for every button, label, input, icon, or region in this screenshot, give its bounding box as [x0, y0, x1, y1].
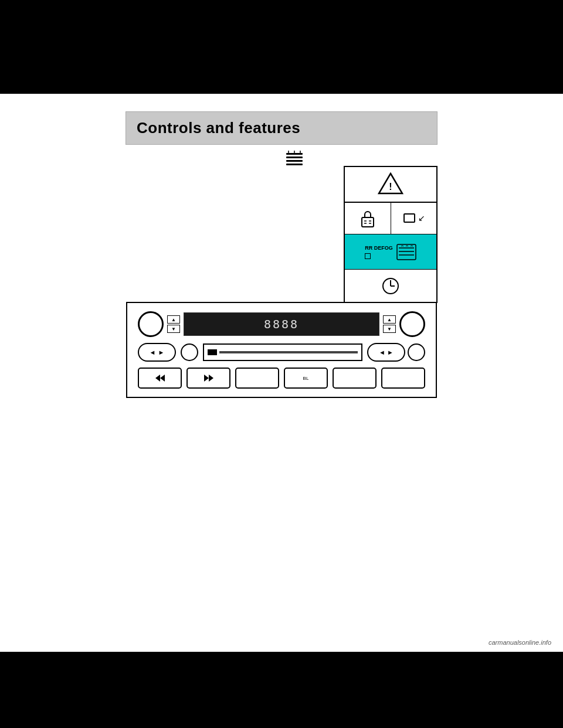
- svg-text:↙: ↙: [418, 213, 424, 223]
- svg-rect-9: [362, 217, 374, 227]
- watermark: carmanualsonline.info: [489, 639, 551, 646]
- cassette-head: [208, 349, 217, 355]
- rr-defog-indicator: [365, 253, 371, 259]
- preset-btn-5[interactable]: [333, 368, 377, 389]
- mirror-switch[interactable]: ↙: [391, 202, 437, 234]
- svg-marker-26: [209, 375, 213, 382]
- next-arrow2: ►: [387, 349, 394, 356]
- svg-rect-0: [286, 153, 303, 155]
- switch-panel: !: [344, 166, 437, 303]
- svg-marker-24: [160, 375, 165, 382]
- preset-btn-3[interactable]: [235, 368, 279, 389]
- right-arrow-down[interactable]: ▼: [383, 325, 396, 333]
- page-title: Controls and features: [137, 119, 426, 137]
- next-icon: [203, 373, 215, 383]
- preset-btn-6[interactable]: [381, 368, 425, 389]
- rr-defog-label: RR DEFOG: [365, 245, 393, 251]
- svg-rect-14: [404, 214, 415, 222]
- warning-triangle-icon: !: [378, 172, 403, 195]
- balance-knob[interactable]: [408, 343, 425, 361]
- cassette-bar: [219, 351, 358, 353]
- lock-mirror-row: ↙: [345, 202, 436, 234]
- rr-defog-switch[interactable]: RR DEFOG: [345, 234, 436, 270]
- prev-icon: [154, 373, 166, 383]
- left-arrow-down[interactable]: ▼: [167, 325, 180, 333]
- next-arrow: ◄: [379, 349, 385, 356]
- prev-track-btn[interactable]: ◄ ►: [138, 343, 176, 362]
- prev-arrow2: ►: [158, 349, 165, 356]
- hazard-switch-row[interactable]: !: [345, 167, 436, 202]
- svg-rect-3: [286, 164, 303, 165]
- svg-rect-2: [286, 160, 303, 162]
- black-bar-top: [0, 0, 563, 94]
- rear-defog-icon: [396, 244, 416, 260]
- defog-top-icon: [284, 151, 305, 169]
- svg-marker-23: [155, 375, 160, 382]
- svg-rect-1: [286, 157, 303, 158]
- clock-icon: [381, 277, 400, 295]
- clock-switch[interactable]: [345, 270, 436, 302]
- preset-label: BL: [303, 376, 309, 381]
- power-button[interactable]: [181, 343, 198, 361]
- cassette-slot[interactable]: [203, 343, 362, 361]
- prev-arrow: ◄: [150, 349, 156, 356]
- audio-row3: BL: [138, 368, 425, 389]
- preset-btn-1[interactable]: [138, 368, 182, 389]
- audio-row2: ◄ ► ◄ ►: [138, 343, 425, 362]
- lock-icon: [359, 209, 376, 228]
- lock-switch[interactable]: [345, 202, 391, 234]
- header-banner: Controls and features: [126, 111, 437, 145]
- next-track-btn[interactable]: ◄ ►: [367, 343, 405, 362]
- preset-btn-2[interactable]: [186, 368, 230, 389]
- svg-rect-16: [397, 244, 416, 260]
- content-area: Controls and features: [0, 94, 563, 652]
- svg-text:!: !: [389, 182, 392, 192]
- preset-btn-4[interactable]: BL: [284, 368, 328, 389]
- mirror-icon: ↙: [403, 210, 424, 227]
- black-bar-bottom: [0, 652, 563, 728]
- svg-marker-25: [204, 375, 209, 382]
